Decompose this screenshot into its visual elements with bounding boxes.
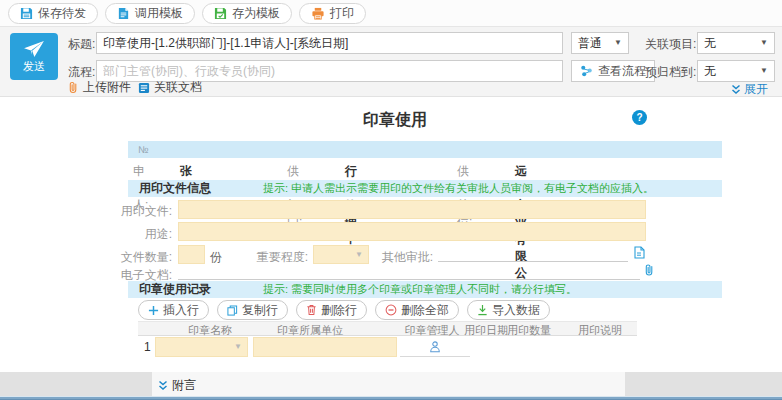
save-template-label: 存为模板 <box>232 5 280 22</box>
copy-row-label: 复制行 <box>242 302 278 319</box>
delete-row-button[interactable]: 删除行 <box>296 300 367 320</box>
caret-down-icon: ▼ <box>234 343 242 351</box>
col-seal-unit: 印章所属单位 <box>260 323 360 338</box>
help-icon[interactable]: ? <box>632 110 647 125</box>
copy-row-icon <box>227 305 238 316</box>
print-button[interactable]: 打印 <box>299 3 366 24</box>
related-project-label: 关联项目: <box>645 36 696 53</box>
seal-name-select[interactable]: ▼ <box>155 337 248 357</box>
double-chevron-down-icon <box>731 84 741 95</box>
related-project-value: 无 <box>704 35 716 52</box>
person-icon <box>429 340 441 353</box>
paper-plane-icon <box>23 40 45 58</box>
postscript-toggle[interactable]: 附言 <box>158 377 196 394</box>
footer-inner-panel <box>152 372 625 396</box>
seal-manager-picker[interactable] <box>400 337 470 357</box>
prearchive-select[interactable]: 无 ▼ <box>697 60 775 82</box>
save-template-button[interactable]: 存为模板 <box>202 3 292 24</box>
seal-unit-input[interactable] <box>253 337 397 357</box>
upload-attachment-label: 上传附件 <box>83 79 131 96</box>
footer-bar: 附言 <box>0 372 782 396</box>
serial-number-bar: № <box>128 141 722 158</box>
save-pending-label: 保存待发 <box>38 5 86 22</box>
load-template-icon <box>117 7 130 20</box>
company-label: 供职单位: <box>457 163 472 231</box>
send-button[interactable]: 发送 <box>10 33 58 80</box>
view-flow-button[interactable]: 查看流程 <box>571 60 655 82</box>
load-template-label: 调用模板 <box>135 5 183 22</box>
other-approval-picker[interactable] <box>633 246 645 262</box>
document-header-panel: 发送 标题: 普通 ▼ 关联项目: 无 ▼ 流程: 查看流程 预归档到: 无 ▼… <box>0 27 782 97</box>
paperclip-icon <box>644 263 655 277</box>
other-approval-field[interactable] <box>438 245 628 262</box>
postscript-label: 附言 <box>172 377 196 394</box>
import-data-button[interactable]: 导入数据 <box>467 300 550 320</box>
col-seal-name: 印章名称 <box>170 323 250 338</box>
edoc-field[interactable] <box>178 263 640 280</box>
expand-label: 展开 <box>744 81 768 98</box>
serial-label: № <box>138 144 149 155</box>
priority-select[interactable]: 普通 ▼ <box>571 32 629 54</box>
caret-down-icon: ▼ <box>760 67 768 75</box>
send-label: 发送 <box>23 59 45 74</box>
save-pending-button[interactable]: 保存待发 <box>8 3 98 24</box>
seal-doc-label: 用印文件: <box>97 203 172 220</box>
priority-value: 普通 <box>578 35 602 52</box>
prearchive-value: 无 <box>704 63 716 80</box>
edoc-attach-button[interactable] <box>644 263 655 280</box>
record-section-hint: 提示: 需要同时使用多个印章或印章管理人不同时，请分行填写。 <box>263 282 577 297</box>
doc-info-section-title: 用印文件信息 <box>139 180 211 197</box>
delete-all-button[interactable]: 删除全部 <box>375 300 459 320</box>
record-section-title: 印章使用记录 <box>139 281 211 298</box>
doc-info-section-header: 用印文件信息 提示: 申请人需出示需要用印的文件给有关审批人员审阅，有电子文档的… <box>128 180 722 197</box>
import-data-icon <box>477 304 488 316</box>
bottom-accent-bar <box>0 396 782 400</box>
insert-row-button[interactable]: 插入行 <box>138 300 209 320</box>
purpose-input[interactable] <box>178 222 646 241</box>
copy-row-button[interactable]: 复制行 <box>217 300 288 320</box>
double-chevron-down-icon <box>158 380 168 391</box>
load-template-button[interactable]: 调用模板 <box>105 3 195 24</box>
linked-doc-icon <box>138 82 150 94</box>
top-toolbar: 保存待发 调用模板 存为模板 打印 <box>0 0 782 27</box>
delete-row-icon <box>306 304 317 316</box>
row-index: 1 <box>144 340 151 354</box>
print-label: 打印 <box>330 5 354 22</box>
doc-picker-icon <box>633 246 645 259</box>
import-data-label: 导入数据 <box>492 302 540 319</box>
upload-attachment-link[interactable]: 上传附件 <box>68 79 131 96</box>
flow-icon <box>580 65 593 77</box>
caret-down-icon: ▼ <box>760 39 768 47</box>
insert-row-icon <box>148 305 159 316</box>
record-section-header: 印章使用记录 提示: 需要同时使用多个印章或印章管理人不同时，请分行填写。 <box>128 281 722 298</box>
related-doc-label: 关联文档 <box>154 79 202 96</box>
insert-row-label: 插入行 <box>163 302 199 319</box>
delete-all-icon <box>385 304 397 316</box>
doc-info-section-hint: 提示: 申请人需出示需要用印的文件给有关审批人员审阅，有电子文档的应插入。 <box>263 181 654 196</box>
delete-row-label: 删除行 <box>321 302 357 319</box>
record-table-header: 印章名称 印章所属单位 印章管理人 用印日期 用印数量 用印说明 <box>138 321 637 336</box>
title-label: 标题: <box>68 36 95 53</box>
expand-link[interactable]: 展开 <box>731 81 768 98</box>
caret-down-icon: ▼ <box>614 39 622 47</box>
seal-doc-input[interactable] <box>178 200 646 219</box>
paperclip-icon <box>68 81 79 94</box>
view-flow-label: 查看流程 <box>598 63 646 80</box>
print-icon <box>311 7 325 20</box>
col-use-note: 用印说明 <box>570 323 630 338</box>
col-use-count: 用印数量 <box>503 323 555 338</box>
title-input[interactable] <box>96 32 563 54</box>
doc-count-input[interactable] <box>178 245 205 264</box>
purpose-label: 用途: <box>97 226 172 243</box>
prearchive-label: 预归档到: <box>645 64 696 81</box>
related-project-select[interactable]: 无 ▼ <box>697 32 775 54</box>
save-icon <box>20 7 33 20</box>
save-template-icon <box>214 7 227 20</box>
form-title: 印章使用 <box>130 110 660 131</box>
department-label: 供职部门: <box>287 163 302 231</box>
delete-all-label: 删除全部 <box>401 302 449 319</box>
related-doc-link[interactable]: 关联文档 <box>138 79 202 96</box>
doc-count-label: 文件数量: <box>97 249 172 266</box>
record-button-row: 插入行 复制行 删除行 删除全部 导入数据 <box>138 300 550 320</box>
